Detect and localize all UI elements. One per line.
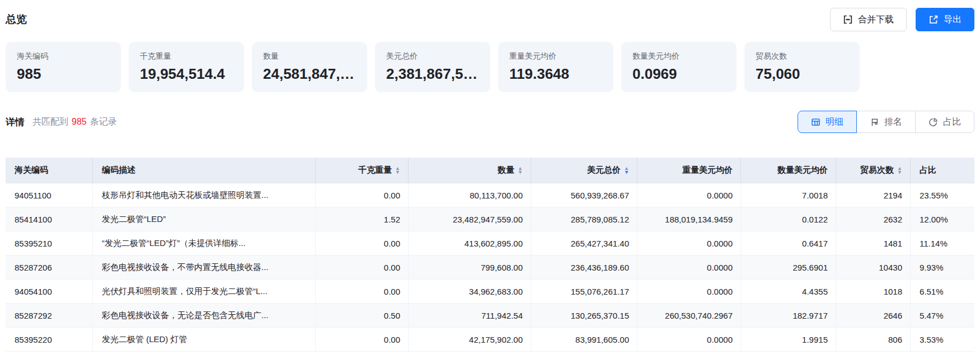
match-summary: 共匹配到985条记录 [32,116,117,128]
column-label: 重量美元均价 [682,165,733,176]
tab-label: 明细 [826,116,843,128]
tab-share[interactable]: 占比 [915,111,974,133]
cell-quantity-usd-avg: 0.6417 [741,231,836,255]
cell-trade-count: 10430 [836,255,911,280]
cell-hs-code: 94051100 [6,183,93,207]
sort-desc-icon: ▼ [897,171,902,174]
cell-quantity-usd-avg: 1.9915 [741,328,836,352]
cell-weight-usd-avg: 0.0000 [637,231,741,255]
detail-bar: 详情 共匹配到985条记录 明细排名占比 [6,110,974,134]
cell-share: 6.51% [911,280,974,304]
stat-card: 数量24,581,847,… [252,42,367,92]
cell-quantity: 42,175,902.00 [409,328,531,352]
cell-kg-weight: 0.00 [316,255,409,280]
cell-hs-code: 85414100 [6,207,93,231]
column-header-usd-total[interactable]: 美元总价▲▼ [531,158,637,183]
table-row[interactable]: 85414100发光二极管“LED”1.5223,482,947,559.002… [6,207,974,231]
column-header-hs-code: 海关编码 [6,158,93,183]
export-button[interactable]: 导出 [916,8,974,31]
cell-weight-usd-avg: 0.0000 [637,255,741,280]
column-header-quantity-usd-avg: 数量美元均价 [741,158,836,183]
column-label: 数量美元均价 [777,165,828,176]
cell-usd-total: 155,076,261.17 [531,280,637,304]
cell-hs-code: 85395220 [6,328,93,352]
column-label: 占比 [920,165,936,176]
table-icon [811,117,820,127]
sort-carets: ▲▼ [518,167,523,174]
stat-label: 海关编码 [17,51,110,61]
cell-hs-code: 85395210 [6,231,93,255]
cell-quantity: 413,602,895.00 [409,231,531,255]
top-actions: 合并下载 导出 [830,8,974,31]
stat-label: 贸易次数 [756,51,848,61]
ranking-icon [870,117,879,127]
cell-weight-usd-avg: 0.0000 [637,280,741,304]
sort-carets: ▲▼ [897,167,902,174]
cell-trade-count: 1481 [836,231,911,255]
merge-download-label: 合并下载 [858,14,894,26]
table-row[interactable]: 85395220发光二极管 (LED) 灯管0.0042,175,902.008… [6,328,974,352]
cell-quantity-usd-avg: 182.9717 [741,304,836,328]
stat-label: 数量 [263,51,356,61]
stat-card: 海关编码985 [6,42,121,92]
cell-trade-count: 806 [836,328,911,352]
cell-trade-count: 2632 [836,207,911,231]
cell-quantity: 711,942.54 [409,304,531,328]
column-header-kg-weight[interactable]: 千克重量▲▼ [316,158,409,183]
cell-weight-usd-avg: 260,530,740.2967 [637,304,741,328]
cell-share: 11.14% [911,231,974,255]
stat-card: 数量美元均价0.0969 [621,42,737,92]
cell-usd-total: 130,265,370.15 [531,304,637,328]
column-label: 美元总价 [587,165,621,176]
column-header-trade-count[interactable]: 贸易次数▲▼ [836,158,911,183]
tab-detail[interactable]: 明细 [798,111,857,133]
stat-card: 美元总价2,381,867,5… [375,42,490,92]
sort-carets: ▲▼ [624,167,629,174]
table-header-row: 海关编码编码描述千克重量▲▼数量▲▼美元总价▲▼重量美元均价数量美元均价贸易次数… [6,158,974,183]
cell-quantity: 799,608.00 [409,255,531,280]
merge-download-button[interactable]: 合并下载 [830,8,907,31]
stat-label: 千克重量 [140,51,233,61]
table-row[interactable]: 85395210“发光二极管“LED”灯”（未提供详细标...0.00413,6… [6,231,974,255]
detail-title: 详情 [6,116,25,129]
table-row[interactable]: 85287292彩色电视接收设备，无论是否包含无线电广...0.50711,94… [6,304,974,328]
cell-quantity-usd-avg: 7.0018 [741,183,836,207]
view-switcher: 明细排名占比 [798,111,974,133]
stat-card: 贸易次数75,060 [744,42,860,92]
cell-quantity-usd-avg: 0.0122 [741,207,836,231]
cell-share: 5.47% [911,304,974,328]
column-header-quantity[interactable]: 数量▲▼ [409,158,531,183]
column-header-share: 占比 [911,158,974,183]
stat-card: 重量美元均价119.3648 [498,42,613,92]
stat-value: 24,581,847,… [263,65,356,83]
table-row[interactable]: 85287206彩色电视接收设备，不带内置无线电接收器...0.00799,60… [6,255,974,280]
cell-hs-code: 94054100 [6,280,93,304]
cell-kg-weight: 1.52 [316,207,409,231]
cell-description: 光伏灯具和照明装置，仅用于发光二极管“L... [93,280,316,304]
records-table: 海关编码编码描述千克重量▲▼数量▲▼美元总价▲▼重量美元均价数量美元均价贸易次数… [6,158,974,352]
cell-description: “发光二极管“LED”灯”（未提供详细标... [93,231,316,255]
cell-weight-usd-avg: 0.0000 [637,328,741,352]
cell-hs-code: 85287206 [6,255,93,280]
cell-hs-code: 85287292 [6,304,93,328]
cell-share: 12.00% [911,207,974,231]
cell-usd-total: 236,436,189.60 [531,255,637,280]
pie-icon [929,117,938,127]
cell-quantity: 80,113,700.00 [409,183,531,207]
tab-ranking[interactable]: 排名 [856,111,916,133]
cell-weight-usd-avg: 188,019,134.9459 [637,207,741,231]
cell-quantity: 23,482,947,559.00 [409,207,531,231]
table-row[interactable]: 94051100枝形吊灯和其他电动天花板或墙壁照明装置...0.0080,113… [6,183,974,207]
cell-kg-weight: 0.50 [316,304,409,328]
page-title: 总览 [6,12,27,27]
cell-usd-total: 560,939,268.67 [531,183,637,207]
cell-trade-count: 2646 [836,304,911,328]
stat-value: 985 [17,65,110,83]
stats-row: 海关编码985千克重量19,954,514.4数量24,581,847,…美元总… [6,42,974,92]
table-row[interactable]: 94054100光伏灯具和照明装置，仅用于发光二极管“L...0.0034,96… [6,280,974,304]
cell-weight-usd-avg: 0.0000 [637,183,741,207]
cell-kg-weight: 0.00 [316,328,409,352]
sort-desc-icon: ▼ [395,171,400,174]
stat-value: 0.0969 [632,65,725,83]
cell-description: 发光二极管 (LED) 灯管 [93,328,316,352]
